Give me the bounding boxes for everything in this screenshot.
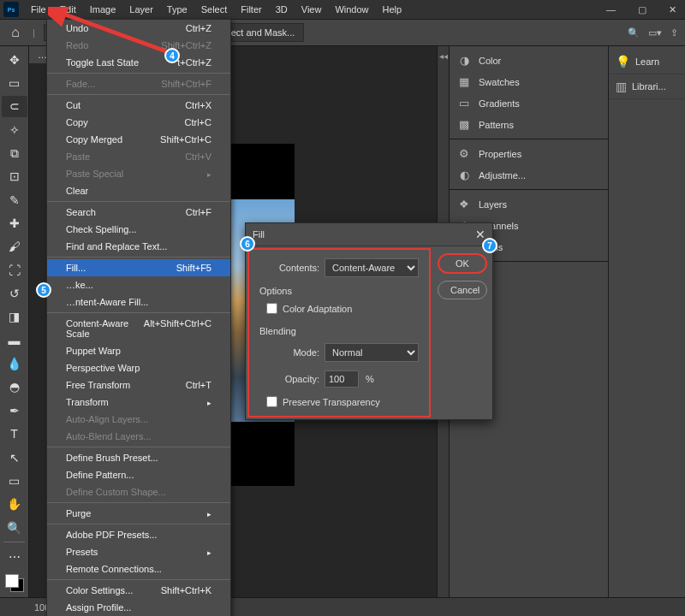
cancel-button[interactable]: Cancel — [438, 281, 487, 299]
opacity-unit: % — [366, 374, 374, 384]
panel-gradients[interactable]: ▭Gradients — [450, 92, 608, 114]
menu-window[interactable]: Window — [328, 2, 375, 17]
crop-tool[interactable]: ⧉ — [2, 142, 27, 163]
menu-item-puppet-warp[interactable]: Puppet Warp — [47, 342, 230, 359]
menu-select[interactable]: Select — [194, 2, 235, 17]
color-adaptation-checkbox[interactable]: Color Adaptation — [259, 303, 419, 314]
magic-wand-tool[interactable]: ✧ — [2, 119, 27, 140]
menu-item-paste: PasteCtrl+V — [47, 148, 230, 165]
menu-edit[interactable]: Edit — [53, 2, 83, 17]
title-bar: Ps File Edit Image Layer Type Select Fil… — [0, 0, 685, 19]
lasso-tool[interactable]: ⊂ — [2, 96, 27, 117]
menu-item-define-custom-shape: Define Custom Shape... — [47, 483, 230, 500]
eraser-tool[interactable]: ◨ — [2, 306, 27, 328]
move-tool[interactable]: ✥ — [2, 49, 27, 70]
share-icon[interactable]: ⇪ — [670, 27, 678, 38]
menu-item-check-spelling[interactable]: Check Spelling... — [47, 221, 230, 238]
healing-brush-tool[interactable]: ✚ — [2, 212, 27, 234]
menu-item-paste-special: Paste Special — [47, 165, 230, 182]
menu-item-toggle-last-state[interactable]: Toggle Last Statet+Ctrl+Z — [47, 54, 230, 71]
opacity-input[interactable] — [325, 370, 359, 388]
menu-item-remote-connections[interactable]: Remote Connections... — [47, 560, 230, 578]
panel-patterns[interactable]: ▩Patterns — [450, 114, 608, 135]
menu-item-assign-profile[interactable]: Assign Profile... — [47, 599, 230, 616]
contents-dropdown[interactable]: Content-Aware — [325, 258, 419, 277]
menu-item-content-aware-scale[interactable]: Content-Aware ScaleAlt+Shift+Ctrl+C — [47, 315, 230, 342]
dialog-titlebar[interactable]: Fill ✕ — [246, 223, 492, 246]
menu-item-ke[interactable]: …ke... — [47, 276, 230, 293]
menu-item-undo[interactable]: UndoCtrl+Z — [47, 20, 230, 37]
menu-item-transform[interactable]: Transform — [47, 394, 230, 411]
panel-adjustme[interactable]: ◐Adjustme... — [450, 164, 608, 186]
menu-item-ntent-aware-fill[interactable]: …ntent-Aware Fill... — [47, 293, 230, 311]
menu-item-presets[interactable]: Presets — [47, 543, 230, 560]
menu-filter[interactable]: Filter — [234, 2, 268, 17]
brush-tool[interactable]: 🖌 — [2, 236, 27, 258]
color-swatches[interactable] — [5, 574, 24, 592]
menu-item-copy[interactable]: CopyCtrl+C — [47, 114, 230, 131]
menu-view[interactable]: View — [295, 2, 329, 17]
menu-item-adobe-pdf-presets[interactable]: Adobe PDF Presets... — [47, 526, 230, 543]
menu-item-perspective-warp[interactable]: Perspective Warp — [47, 359, 230, 376]
menu-item-search[interactable]: SearchCtrl+F — [47, 204, 230, 221]
ok-button[interactable]: OK — [438, 253, 487, 274]
close-button[interactable]: ✕ — [664, 3, 682, 17]
menu-item-auto-blend-layers: Auto-Blend Layers... — [47, 428, 230, 445]
history-brush-tool[interactable]: ↺ — [2, 282, 27, 304]
menu-item-color-settings[interactable]: Color Settings...Shift+Ctrl+K — [47, 582, 230, 599]
menu-item-cut[interactable]: CutCtrl+X — [47, 97, 230, 114]
edit-toolbar-button[interactable]: ⋯ — [2, 546, 27, 567]
menu-3d[interactable]: 3D — [269, 2, 295, 17]
menu-item-define-brush-preset[interactable]: Define Brush Preset... — [47, 449, 230, 466]
minimize-button[interactable]: — — [601, 3, 621, 17]
clone-stamp-tool[interactable]: ⛶ — [2, 259, 27, 281]
menu-file[interactable]: File — [24, 2, 53, 17]
menu-type[interactable]: Type — [160, 2, 194, 17]
dialog-close-icon[interactable]: ✕ — [475, 228, 485, 241]
menu-layer[interactable]: Layer — [122, 2, 160, 17]
frame-tool[interactable]: ⊡ — [2, 166, 27, 187]
menu-item-copy-merged[interactable]: Copy MergedShift+Ctrl+C — [47, 131, 230, 148]
pen-tool[interactable]: ✒ — [2, 400, 27, 421]
blending-section-label: Blending — [259, 326, 419, 336]
menu-item-fill[interactable]: Fill...Shift+F5 — [47, 259, 230, 276]
menu-item-free-transform[interactable]: Free TransformCtrl+T — [47, 376, 230, 394]
learn-panel-button[interactable]: 💡 Learn — [609, 50, 685, 74]
window-controls: — ▢ ✕ — [601, 3, 682, 17]
app-logo: Ps — [3, 2, 19, 17]
panel-swatches[interactable]: ▦Swatches — [450, 71, 608, 92]
fill-options-area: Contents: Content-Aware Options Color Ad… — [247, 248, 431, 418]
type-tool[interactable]: T — [2, 424, 27, 445]
mode-dropdown[interactable]: Normal — [325, 343, 419, 362]
menu-item-clear[interactable]: Clear — [47, 182, 230, 199]
search-icon[interactable]: 🔍 — [628, 27, 640, 38]
marquee-tool[interactable]: ▭ — [2, 72, 27, 93]
contents-label: Contents: — [259, 263, 319, 273]
gradient-tool[interactable]: ▬ — [2, 329, 27, 351]
fill-dialog: Fill ✕ Contents: Content-Aware Options C… — [245, 222, 493, 420]
path-selection-tool[interactable]: ↖ — [2, 447, 27, 468]
home-icon[interactable]: ⌂ — [7, 24, 24, 41]
eyedropper-tool[interactable]: ✎ — [2, 189, 27, 210]
rectangle-tool[interactable]: ▭ — [2, 470, 27, 491]
zoom-tool[interactable]: 🔍 — [2, 517, 27, 538]
preserve-transparency-checkbox[interactable]: Preserve Transparency — [259, 396, 419, 407]
dodge-tool[interactable]: ◓ — [2, 376, 27, 398]
menu-bar: File Edit Image Layer Type Select Filter… — [24, 2, 408, 17]
opacity-label: Opacity: — [259, 374, 319, 384]
panel-properties[interactable]: ⚙Properties — [450, 143, 608, 164]
blur-tool[interactable]: 💧 — [2, 352, 27, 374]
hand-tool[interactable]: ✋ — [2, 494, 27, 515]
menu-help[interactable]: Help — [376, 2, 409, 17]
panel-color[interactable]: ◑Color — [450, 50, 608, 71]
lightbulb-icon: 💡 — [616, 55, 630, 68]
right-panel-strip: 💡 Learn ▥ Librari... — [608, 46, 685, 597]
menu-item-find-and-replace-text[interactable]: Find and Replace Text... — [47, 238, 230, 255]
maximize-button[interactable]: ▢ — [633, 3, 652, 17]
menu-item-purge[interactable]: Purge — [47, 505, 230, 522]
menu-item-define-pattern[interactable]: Define Pattern... — [47, 466, 230, 483]
workspace-switcher-icon[interactable]: ▭▾ — [648, 27, 662, 38]
libraries-panel-button[interactable]: ▥ Librari... — [609, 74, 685, 99]
menu-image[interactable]: Image — [83, 2, 123, 17]
panel-layers[interactable]: ❖Layers — [450, 193, 608, 215]
